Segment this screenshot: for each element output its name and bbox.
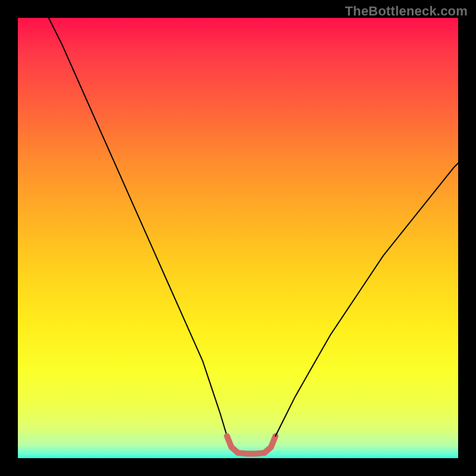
series-optimal-band (227, 436, 275, 454)
series-left-branch (49, 18, 227, 436)
attribution-text: TheBottleneck.com (345, 4, 468, 19)
chart-svg (18, 18, 458, 458)
series-right-branch (275, 163, 458, 436)
chart-series-group (49, 18, 458, 454)
chart-plot-area (18, 18, 458, 458)
